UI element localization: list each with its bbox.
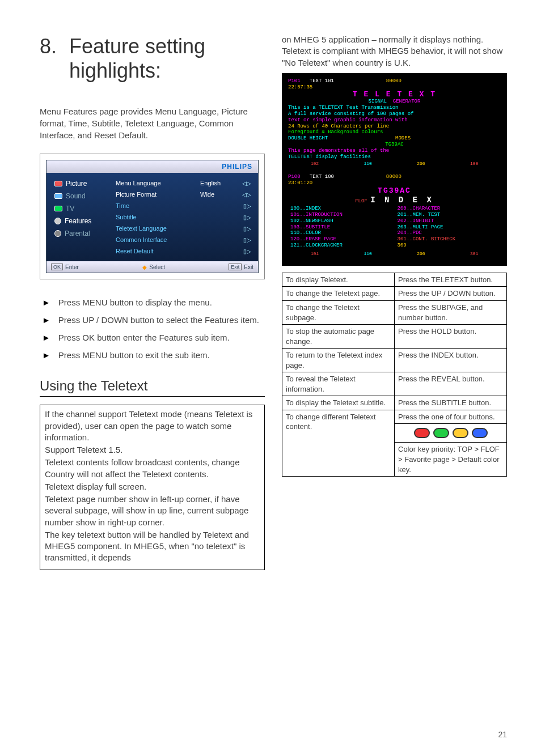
box-para: Teletext page number show in left-up cor… bbox=[45, 494, 260, 528]
table-cell: To change different Teletext content. bbox=[282, 410, 395, 476]
ttx-line: 102..NEWSFLASH bbox=[290, 218, 392, 224]
side-label: Features bbox=[65, 217, 91, 225]
ttx-line: FLOF bbox=[355, 198, 367, 204]
intro-paragraph: Menu Features page provides Menu Languag… bbox=[40, 105, 265, 141]
ttx-line: 301..CONT. BITCHECK bbox=[398, 236, 499, 243]
ttx-line: 121..CLOCKCRACKER bbox=[290, 243, 392, 249]
features-icon bbox=[54, 218, 61, 224]
ttx-time: 80000 22:57:35 bbox=[288, 78, 401, 90]
menu-row-value: English bbox=[200, 180, 234, 186]
side-label: TV bbox=[66, 205, 74, 213]
ttx-foot: 102 bbox=[311, 161, 319, 166]
arrow-icon: ▯▷ bbox=[234, 237, 251, 243]
bullet-arrow-icon: ► bbox=[42, 314, 50, 326]
table-row: To display Teletext.Press the TELETEXT b… bbox=[282, 273, 507, 287]
bullet-arrow-icon: ► bbox=[42, 296, 50, 308]
ttx-line: I N D E X bbox=[370, 196, 434, 205]
menu-row-value: Wide bbox=[200, 191, 234, 198]
yellow-button-icon bbox=[453, 428, 468, 438]
table-row: To change different Teletext content. Pr… bbox=[282, 410, 507, 424]
arrow-icon: ▯▷ bbox=[234, 248, 251, 254]
ttx-line: TG39AC bbox=[288, 142, 501, 148]
arrow-icon: ▯▷ bbox=[234, 203, 251, 209]
table-cell: Press the REVEAL button. bbox=[395, 372, 507, 396]
box-para: Teletext contents follow broadcast conte… bbox=[45, 457, 260, 480]
ttx-line: 201..MEM. TEST bbox=[398, 212, 499, 218]
exit-box: Exit bbox=[229, 264, 242, 270]
table-cell: Press the SUBPAGE, and number button. bbox=[395, 300, 507, 324]
step-text: Press OK button enter the Features sub i… bbox=[58, 332, 230, 343]
ttx-line: A full service consisting of 100 pages o… bbox=[288, 111, 501, 117]
select-label: Select bbox=[149, 264, 165, 270]
ttx-foot: 200 bbox=[417, 251, 425, 256]
table-cell: To reveal the Teletext information. bbox=[282, 372, 395, 396]
ttx-title: TG39AC bbox=[288, 186, 501, 196]
table-row: To reveal the Teletext information.Press… bbox=[282, 372, 507, 396]
blue-button-icon bbox=[472, 428, 488, 438]
table-cell: Color key priority: TOP > FLOF > Favorit… bbox=[395, 443, 507, 477]
table-cell: To stop the automatic page change. bbox=[282, 325, 395, 349]
table-cell: Press the UP / DOWN button. bbox=[395, 287, 507, 301]
ttx-line: 100..INDEX bbox=[290, 206, 392, 212]
green-button-icon bbox=[433, 428, 449, 438]
menu-sidebar: Picture Sound TV Features Parental bbox=[49, 176, 111, 258]
ttx-time: 80000 23:01:20 bbox=[288, 174, 401, 186]
ttx-line: 110..COLOR bbox=[290, 230, 392, 236]
ttx-line: 202..INHIBIT bbox=[398, 218, 499, 224]
color-buttons-cell bbox=[395, 424, 507, 443]
ok-box: OK bbox=[51, 264, 63, 270]
table-cell: To change the Teletext subpage. bbox=[282, 300, 395, 324]
side-label: Picture bbox=[66, 180, 87, 188]
ttx-line: 203..MULTI PAGE bbox=[398, 224, 499, 231]
exit-label: Exit bbox=[244, 264, 253, 270]
ttx-line: This is a TELETEXT Test Transmission bbox=[288, 105, 501, 111]
section-heading: 8. Feature setting highlights: bbox=[40, 34, 265, 83]
teletext-description-box: If the channel support Teletext mode (me… bbox=[40, 405, 265, 570]
arrow-icon: ◁▷ bbox=[234, 192, 251, 198]
menu-main: Menu LanguageEnglish◁▷ Picture FormatWid… bbox=[111, 176, 256, 258]
bullet-arrow-icon: ► bbox=[42, 332, 50, 343]
parental-icon bbox=[54, 230, 61, 237]
table-row: To change the Teletext page.Press the UP… bbox=[282, 287, 507, 301]
teletext-subheading: Using the Teletext bbox=[40, 378, 265, 397]
arrow-icon: ◁▷ bbox=[234, 180, 251, 186]
ttx-foot: 110 bbox=[364, 161, 371, 166]
teletext-screenshot: P101 TEXT 101 80000 22:57:35 T E L E T E… bbox=[282, 73, 507, 266]
step-text: Press MENU button to display the menu. bbox=[58, 296, 212, 308]
ttx-line: 200..CHARACTER bbox=[398, 206, 499, 212]
table-row: To stop the automatic page change.Press … bbox=[282, 325, 507, 349]
menu-row-label: Subtitle bbox=[116, 214, 200, 220]
ttx-line: 103..SUBTITLE bbox=[290, 224, 392, 231]
table-cell: Press the TELETEXT button. bbox=[395, 273, 507, 287]
menu-row-label: Teletext Language bbox=[116, 225, 200, 232]
table-cell: To display the Teletext subtitle. bbox=[282, 396, 395, 410]
ttx-line: TELETEXT display facilities bbox=[288, 154, 501, 160]
ttx-line: 204..PDC bbox=[398, 230, 499, 236]
menu-row-label: Time bbox=[116, 202, 200, 209]
box-para: The key teletext button will be handled … bbox=[45, 529, 260, 564]
ttx-line: text or simple graphic information with bbox=[288, 117, 501, 124]
bullet-arrow-icon: ► bbox=[42, 349, 50, 361]
menu-row-label: Picture Format bbox=[116, 191, 200, 198]
ttx-line: Foreground & Background colours bbox=[288, 129, 501, 135]
continuation-paragraph: on MHEG 5 application – normally it disp… bbox=[282, 34, 507, 69]
ttx-header: TEXT 101 bbox=[310, 78, 334, 84]
ttx-line: 120..ERASE PAGE bbox=[290, 236, 392, 243]
ttx-line: DOUBLE HEIGHT bbox=[288, 135, 328, 141]
ttx-foot: 100 bbox=[470, 161, 478, 166]
ttx-line: 24 Rows of 40 Characters per line bbox=[288, 124, 501, 130]
ttx-foot: 200 bbox=[417, 161, 425, 166]
table-cell: To display Teletext. bbox=[282, 273, 395, 287]
table-cell: Press the one of four buttons. bbox=[395, 410, 507, 424]
ttx-foot: 110 bbox=[364, 251, 371, 256]
table-row: To change the Teletext subpage.Press the… bbox=[282, 300, 507, 324]
table-cell: Press the HOLD button. bbox=[395, 325, 507, 349]
table-cell: To change the Teletext page. bbox=[282, 287, 395, 301]
heading-text: Feature setting highlights: bbox=[69, 34, 265, 83]
ttx-line: GENERATOR bbox=[393, 99, 421, 104]
heading-number: 8. bbox=[40, 34, 69, 83]
steps-list: ►Press MENU button to display the menu. … bbox=[42, 296, 265, 361]
step-text: Press MENU button to exit the sub item. bbox=[58, 349, 210, 361]
step-text: Press UP / DOWN button to select the Fea… bbox=[58, 314, 259, 326]
ttx-line: 101..INTRODUCTION bbox=[290, 212, 392, 218]
